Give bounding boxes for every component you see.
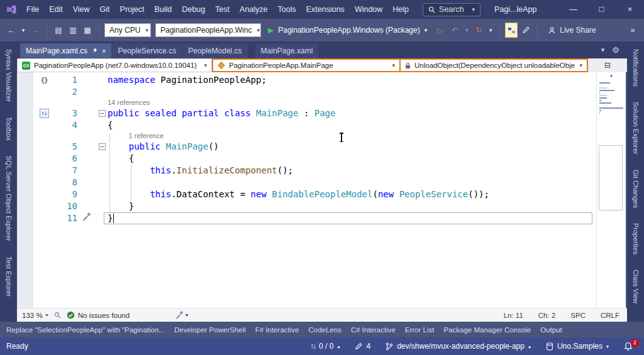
edit-button[interactable] xyxy=(519,23,532,38)
menu-view[interactable]: View xyxy=(68,0,95,19)
menu-help[interactable]: Help xyxy=(387,0,414,19)
code-line-9[interactable]: 9 this.DataContext = new BindablePeopleM… xyxy=(17,188,596,200)
zoom-selector[interactable]: 133 % ▾ xyxy=(22,312,48,319)
space-mode-indicator[interactable]: SPC xyxy=(570,312,586,319)
selected-toolbar-toggle-button[interactable] xyxy=(505,23,518,38)
code-cleanup-button[interactable]: ▾ xyxy=(175,311,188,319)
add-item-button[interactable]: ▥ xyxy=(67,23,79,38)
search-box[interactable]: Search ▾ xyxy=(423,3,480,16)
codelens-references[interactable]: 14 references xyxy=(108,98,150,107)
fold-collapse-button[interactable]: − xyxy=(99,143,106,150)
new-file-button[interactable]: ▤ xyxy=(52,23,65,38)
code-area[interactable]: {}1namespace PaginationPeopleApp;214 ref… xyxy=(17,72,596,308)
panel-tab-error-list[interactable]: Error List xyxy=(405,326,435,334)
fold-collapse-button[interactable]: − xyxy=(99,110,106,117)
type-dropdown[interactable]: PaginationPeopleApp.MainPage ▾ xyxy=(213,60,399,71)
panel-tab-c#-interactive[interactable]: C# Interactive xyxy=(351,326,396,334)
menu-extensions[interactable]: Extensions xyxy=(301,0,350,19)
breakpoint-margin[interactable] xyxy=(17,212,33,224)
code-line-8[interactable]: 8 xyxy=(17,177,596,188)
breakpoint-margin[interactable] xyxy=(17,153,33,165)
breakpoint-margin[interactable] xyxy=(17,165,33,177)
startup-project-combo[interactable]: PaginationPeopleApp.Winc ▾ xyxy=(155,23,261,37)
minimap[interactable]: ▴ xyxy=(596,72,627,308)
right-rail-properties[interactable]: Properties xyxy=(632,223,640,254)
save-all-button[interactable]: ▦ xyxy=(81,23,94,38)
start-without-debugging-button[interactable]: ▷ xyxy=(434,23,447,38)
close-icon[interactable]: × xyxy=(102,47,106,55)
breakpoint-margin[interactable] xyxy=(17,119,33,131)
start-debugging-button[interactable]: ▶ PaginationPeopleApp.Windows (Package) … xyxy=(263,23,432,38)
code-line-5[interactable]: 5− public MainPage() xyxy=(17,141,596,153)
minimap-viewport[interactable] xyxy=(599,145,623,210)
pending-changes[interactable]: 4 xyxy=(355,342,370,351)
menu-edit[interactable]: Edit xyxy=(44,0,68,19)
navigate-back-button[interactable]: ← xyxy=(5,23,18,38)
right-rail-notifications[interactable]: Notifications xyxy=(632,49,640,87)
code-line-1[interactable]: {}1namespace PaginationPeopleApp; xyxy=(17,74,596,86)
menu-tools[interactable]: Tools xyxy=(273,0,301,19)
document-tab-mainpage-xaml-cs[interactable]: MainPage.xaml.cs× xyxy=(20,43,111,58)
maximize-button[interactable]: □ xyxy=(587,0,616,19)
breakpoint-margin[interactable] xyxy=(17,86,33,98)
code-line-4[interactable]: 4{ xyxy=(17,119,596,131)
breakpoint-margin[interactable] xyxy=(17,141,33,153)
breakpoint-margin[interactable] xyxy=(17,188,33,200)
hot-reload-button[interactable]: ↻ xyxy=(472,23,485,38)
menu-project[interactable]: Project xyxy=(115,0,150,19)
live-share-button[interactable]: Live Share xyxy=(543,26,601,35)
breakpoint-margin[interactable] xyxy=(17,200,33,212)
code-line-11[interactable]: 11} xyxy=(17,212,596,224)
document-tab-peopleservice-cs[interactable]: PeopleService.cs xyxy=(112,43,182,58)
panel-tab-f#-interactive[interactable]: F# Interactive xyxy=(255,326,299,334)
right-rail-solution-explorer[interactable]: Solution Explorer xyxy=(632,102,640,155)
undo-dropdown[interactable]: ▾ xyxy=(463,23,470,38)
eol-indicator[interactable]: CRLF xyxy=(601,312,619,319)
current-branch[interactable]: dev/shwe/mvux-advanced-people-app ▴ xyxy=(386,342,531,351)
left-rail-toolbox[interactable]: Toolbox xyxy=(5,117,13,141)
notifications-bell[interactable]: 2 xyxy=(624,342,638,351)
member-dropdown[interactable]: UnloadObject(DependencyObject unloadable… xyxy=(399,60,587,71)
document-tab-peoplemodel-cs[interactable]: PeopleModel.cs xyxy=(182,43,247,58)
menu-analyze[interactable]: Analyze xyxy=(235,0,272,19)
menu-build[interactable]: Build xyxy=(149,0,177,19)
code-line-6[interactable]: 6 { xyxy=(17,153,596,165)
active-files-dropdown[interactable]: ▾ xyxy=(601,46,605,54)
panel-tab-replace-selectionpeopleapp-with-paginati[interactable]: Replace "SelectionPeopleApp" with "Pagin… xyxy=(6,326,165,334)
code-line-3[interactable]: ↑↓3−public sealed partial class MainPage… xyxy=(17,107,596,119)
sync-status[interactable]: ↑↓ 0 / 0 ▴ xyxy=(310,342,340,351)
minimap-scroll-up-icon[interactable]: ▴ xyxy=(597,72,626,78)
zoom-settings-icon[interactable] xyxy=(54,312,61,319)
split-editor-icon[interactable]: ⊟ xyxy=(604,61,611,70)
code-line-10[interactable]: 10 } xyxy=(17,200,596,212)
menu-test[interactable]: Test xyxy=(210,0,235,19)
breakpoint-margin[interactable] xyxy=(17,177,33,188)
document-health-indicator[interactable]: No issues found xyxy=(67,311,130,319)
minimize-button[interactable]: — xyxy=(559,0,587,19)
line-indicator[interactable]: Ln: 11 xyxy=(504,312,523,319)
document-tab-mainpage-xaml[interactable]: MainPage.xaml xyxy=(255,43,319,58)
menu-git[interactable]: Git xyxy=(95,0,115,19)
left-rail-syntax-visualizer[interactable]: Syntax Visualizer xyxy=(5,49,13,102)
navigate-back-dropdown[interactable]: ▾ xyxy=(19,23,27,38)
quick-actions-screwdriver-icon[interactable] xyxy=(82,212,91,224)
codelens-references[interactable]: 1 reference xyxy=(108,131,164,141)
panel-tab-output[interactable]: Output xyxy=(540,326,562,334)
inheritance-margin-icon[interactable]: ↑↓ xyxy=(40,109,49,118)
toolbar-overflow-button[interactable]: » xyxy=(626,23,639,38)
column-indicator[interactable]: Ch: 2 xyxy=(538,312,556,319)
code-line-7[interactable]: 7 this.InitializeComponent(); xyxy=(17,165,596,177)
close-button[interactable]: × xyxy=(616,0,644,19)
left-rail-sql-server-object-explorer[interactable]: SQL Server Object Explorer xyxy=(5,156,13,241)
solution-platform-combo[interactable]: Any CPU ▾ xyxy=(104,23,151,37)
code-line-2[interactable]: 2 xyxy=(17,86,596,98)
right-rail-git-changes[interactable]: Git Changes xyxy=(632,170,640,208)
navigate-forward-button[interactable]: → xyxy=(29,23,42,38)
undo-button[interactable]: ↶ xyxy=(448,23,461,38)
pin-icon[interactable] xyxy=(92,48,97,54)
panel-tab-codelens[interactable]: CodeLens xyxy=(308,326,341,334)
settings-gear-icon[interactable]: ⚙ xyxy=(612,45,619,55)
right-rail-class-view[interactable]: Class View xyxy=(632,270,640,303)
menu-debug[interactable]: Debug xyxy=(177,0,210,19)
current-repository[interactable]: Uno.Samples ▾ xyxy=(546,342,609,351)
